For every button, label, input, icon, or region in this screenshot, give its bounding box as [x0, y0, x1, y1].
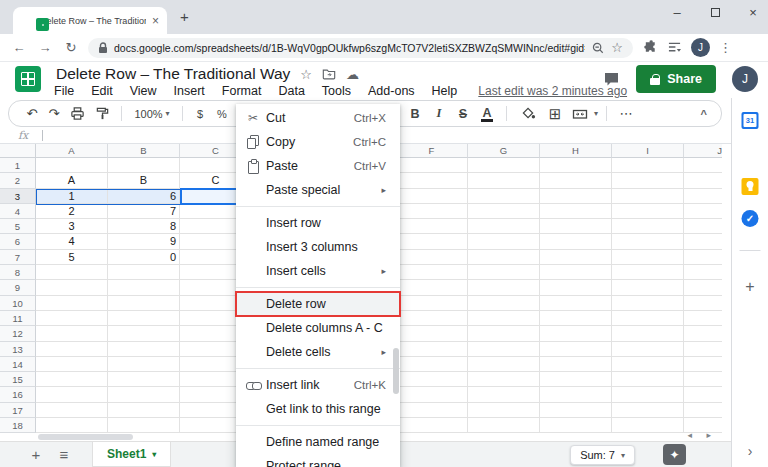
- cell-H5[interactable]: [540, 219, 612, 234]
- borders-icon[interactable]: ⊞: [544, 105, 566, 123]
- cell-I14[interactable]: [612, 357, 684, 372]
- cell-J9[interactable]: [684, 280, 722, 295]
- browser-profile-avatar[interactable]: J: [691, 38, 710, 57]
- forward-icon[interactable]: →: [32, 40, 58, 55]
- cell-A5[interactable]: 3: [36, 219, 108, 234]
- row-header-13[interactable]: 13: [0, 342, 36, 357]
- cell-J11[interactable]: [684, 311, 722, 326]
- column-header-f[interactable]: F: [396, 144, 468, 158]
- format-percent-button[interactable]: %: [211, 108, 233, 120]
- cell-J15[interactable]: [684, 372, 722, 387]
- cell-F18[interactable]: [396, 418, 468, 433]
- cell-G11[interactable]: [468, 311, 540, 326]
- cell-A2[interactable]: A: [36, 173, 108, 188]
- cell-H11[interactable]: [540, 311, 612, 326]
- cell-J4[interactable]: [684, 204, 722, 219]
- cell-B2[interactable]: B: [108, 173, 180, 188]
- cell-F10[interactable]: [396, 296, 468, 311]
- redo-icon[interactable]: ↷: [43, 106, 65, 121]
- cell-B11[interactable]: [108, 311, 180, 326]
- cell-I2[interactable]: [612, 173, 684, 188]
- document-title[interactable]: Delete Row – The Traditional Way: [56, 65, 290, 83]
- cell-I12[interactable]: [612, 326, 684, 341]
- share-button[interactable]: Share: [636, 65, 716, 93]
- cell-G17[interactable]: [468, 403, 540, 418]
- cell-H8[interactable]: [540, 265, 612, 280]
- cell-F7[interactable]: [396, 250, 468, 265]
- cell-G14[interactable]: [468, 357, 540, 372]
- cell-J10[interactable]: [684, 296, 722, 311]
- row-header-7[interactable]: 7: [0, 250, 36, 265]
- cell-H16[interactable]: [540, 387, 612, 402]
- row-header-14[interactable]: 14: [0, 357, 36, 372]
- italic-button[interactable]: I: [428, 106, 450, 121]
- cell-J13[interactable]: [684, 342, 722, 357]
- menu-item-copy[interactable]: CopyCtrl+C: [236, 130, 400, 154]
- cell-J1[interactable]: [684, 158, 722, 173]
- window-close-button[interactable]: ×: [746, 5, 760, 20]
- menubar-item-file[interactable]: File: [54, 84, 74, 98]
- keep-icon[interactable]: [742, 178, 759, 195]
- cell-G2[interactable]: [468, 173, 540, 188]
- cell-A11[interactable]: [36, 311, 108, 326]
- comment-icon[interactable]: [603, 71, 620, 87]
- get-addons-icon[interactable]: +: [745, 278, 754, 296]
- cell-I8[interactable]: [612, 265, 684, 280]
- zoom-select[interactable]: 100%▾: [128, 108, 176, 120]
- row-header-4[interactable]: 4: [0, 204, 36, 219]
- back-icon[interactable]: ←: [6, 40, 32, 55]
- cell-A4[interactable]: 2: [36, 204, 108, 219]
- row-header-5[interactable]: 5: [0, 219, 36, 234]
- menu-item-insert-cells[interactable]: Insert cells▸: [236, 259, 400, 283]
- cell-F6[interactable]: [396, 234, 468, 249]
- row-header-15[interactable]: 15: [0, 372, 36, 387]
- cell-G1[interactable]: [468, 158, 540, 173]
- cell-F11[interactable]: [396, 311, 468, 326]
- cell-G7[interactable]: [468, 250, 540, 265]
- menu-item-get-link-to-this-range[interactable]: Get link to this range: [236, 397, 400, 421]
- sheets-logo[interactable]: [15, 66, 41, 92]
- menu-item-paste[interactable]: PasteCtrl+V: [236, 154, 400, 178]
- cell-I16[interactable]: [612, 387, 684, 402]
- cell-I18[interactable]: [612, 418, 684, 433]
- scroll-arrows-icon[interactable]: ◂ ▸: [687, 430, 717, 440]
- explore-button[interactable]: ✦: [663, 444, 686, 465]
- menu-item-insert-3-columns[interactable]: Insert 3 columns: [236, 235, 400, 259]
- cell-H2[interactable]: [540, 173, 612, 188]
- browser-menu-icon[interactable]: ⋮: [719, 40, 732, 55]
- browser-tab[interactable]: Delete Row – The Traditional Wa ×: [13, 7, 167, 34]
- cell-H10[interactable]: [540, 296, 612, 311]
- reading-list-icon[interactable]: [667, 41, 682, 54]
- column-header-i[interactable]: I: [612, 144, 684, 158]
- cell-G15[interactable]: [468, 372, 540, 387]
- cell-B16[interactable]: [108, 387, 180, 402]
- menu-item-protect-range[interactable]: Protect range: [236, 454, 400, 467]
- row-header-18[interactable]: 18: [0, 418, 36, 433]
- cell-G10[interactable]: [468, 296, 540, 311]
- row-header-10[interactable]: 10: [0, 296, 36, 311]
- menu-item-paste-special[interactable]: Paste special▸: [236, 178, 400, 202]
- cell-A3[interactable]: 1: [36, 189, 108, 204]
- cell-A16[interactable]: [36, 387, 108, 402]
- cell-H9[interactable]: [540, 280, 612, 295]
- cell-A12[interactable]: [36, 326, 108, 341]
- cell-J5[interactable]: [684, 219, 722, 234]
- row-header-16[interactable]: 16: [0, 387, 36, 402]
- cell-I17[interactable]: [612, 403, 684, 418]
- cell-A6[interactable]: 4: [36, 234, 108, 249]
- cell-A13[interactable]: [36, 342, 108, 357]
- cell-I6[interactable]: [612, 234, 684, 249]
- cell-G9[interactable]: [468, 280, 540, 295]
- row-header-3[interactable]: 3: [0, 189, 36, 204]
- menu-item-insert-link[interactable]: Insert linkCtrl+K: [236, 373, 400, 397]
- cell-A9[interactable]: [36, 280, 108, 295]
- tab-close-icon[interactable]: ×: [152, 16, 159, 26]
- cell-J7[interactable]: [684, 250, 722, 265]
- cell-A7[interactable]: 5: [36, 250, 108, 265]
- more-toolbar-icon[interactable]: ⋯: [615, 106, 637, 121]
- cell-F8[interactable]: [396, 265, 468, 280]
- column-header-h[interactable]: H: [540, 144, 612, 158]
- cell-J3[interactable]: [684, 189, 722, 204]
- cell-G8[interactable]: [468, 265, 540, 280]
- cell-I9[interactable]: [612, 280, 684, 295]
